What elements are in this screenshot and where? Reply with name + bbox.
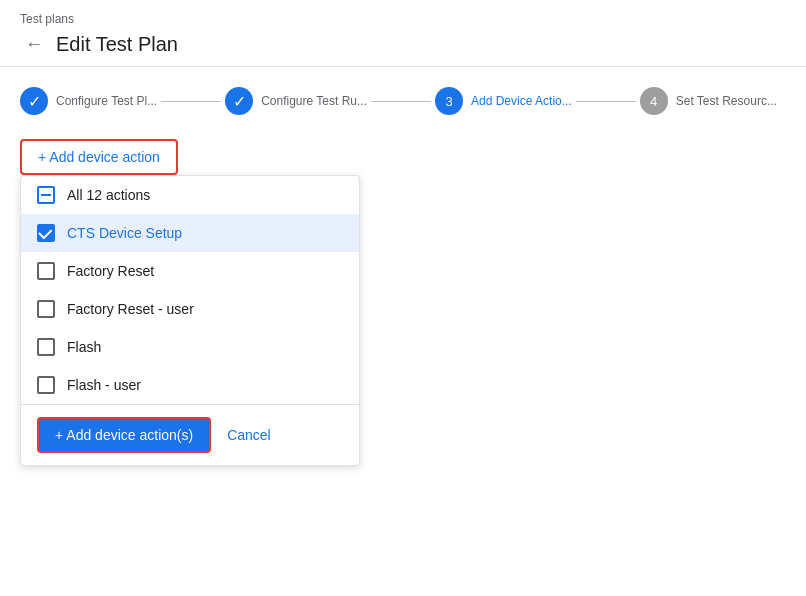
dropdown-list: All 12 actions CTS Device Setup Factory … — [21, 176, 359, 404]
flash-checkbox[interactable] — [37, 338, 55, 356]
dropdown-item-cts[interactable]: CTS Device Setup — [21, 214, 359, 252]
all-actions-checkbox[interactable] — [37, 186, 55, 204]
page-title: Edit Test Plan — [56, 33, 178, 56]
step-connector-1 — [161, 101, 221, 102]
flash-label: Flash — [67, 339, 101, 355]
step-2-label: Configure Test Ru... — [261, 94, 367, 108]
add-device-button[interactable]: + Add device action — [20, 139, 178, 175]
check-icon: ✓ — [28, 92, 41, 111]
add-actions-button[interactable]: + Add device action(s) — [37, 417, 211, 453]
step-4-label: Set Test Resourc... — [676, 94, 777, 108]
step-4: 4 Set Test Resourc... — [640, 87, 777, 115]
cts-label: CTS Device Setup — [67, 225, 182, 241]
step-connector-2 — [371, 101, 431, 102]
factory-reset-checkbox[interactable] — [37, 262, 55, 280]
breadcrumb: Test plans — [20, 12, 786, 26]
flash-user-label: Flash - user — [67, 377, 141, 393]
step-1-label: Configure Test Pl... — [56, 94, 157, 108]
cancel-button[interactable]: Cancel — [227, 427, 271, 443]
dropdown-panel: All 12 actions CTS Device Setup Factory … — [20, 175, 360, 466]
stepper: ✓ Configure Test Pl... ✓ Configure Test … — [0, 67, 806, 131]
step-1-circle: ✓ — [20, 87, 48, 115]
check-icon-2: ✓ — [233, 92, 246, 111]
step-2: ✓ Configure Test Ru... — [225, 87, 367, 115]
factory-reset-label: Factory Reset — [67, 263, 154, 279]
step-4-circle: 4 — [640, 87, 668, 115]
factory-reset-user-label: Factory Reset - user — [67, 301, 194, 317]
step-3-label: Add Device Actio... — [471, 94, 572, 108]
step-4-number: 4 — [650, 94, 657, 109]
step-3-number: 3 — [445, 94, 452, 109]
step-3-circle: 3 — [435, 87, 463, 115]
all-actions-label: All 12 actions — [67, 187, 150, 203]
dropdown-item-flash[interactable]: Flash — [21, 328, 359, 366]
all-actions-item[interactable]: All 12 actions — [21, 176, 359, 214]
page-header: Test plans ← Edit Test Plan — [0, 0, 806, 67]
dropdown-item-factory-reset[interactable]: Factory Reset — [21, 252, 359, 290]
back-button[interactable]: ← — [20, 30, 48, 58]
factory-reset-user-checkbox[interactable] — [37, 300, 55, 318]
dropdown-item-factory-reset-user[interactable]: Factory Reset - user — [21, 290, 359, 328]
step-2-circle: ✓ — [225, 87, 253, 115]
main-content: + Add device action All 12 actions CTS D… — [0, 131, 806, 474]
step-3: 3 Add Device Actio... — [435, 87, 572, 115]
title-row: ← Edit Test Plan — [20, 30, 786, 58]
step-connector-3 — [576, 101, 636, 102]
cts-checkbox[interactable] — [37, 224, 55, 242]
dropdown-footer: + Add device action(s) Cancel — [21, 404, 359, 465]
dropdown-item-flash-user[interactable]: Flash - user — [21, 366, 359, 404]
flash-user-checkbox[interactable] — [37, 376, 55, 394]
step-1: ✓ Configure Test Pl... — [20, 87, 157, 115]
